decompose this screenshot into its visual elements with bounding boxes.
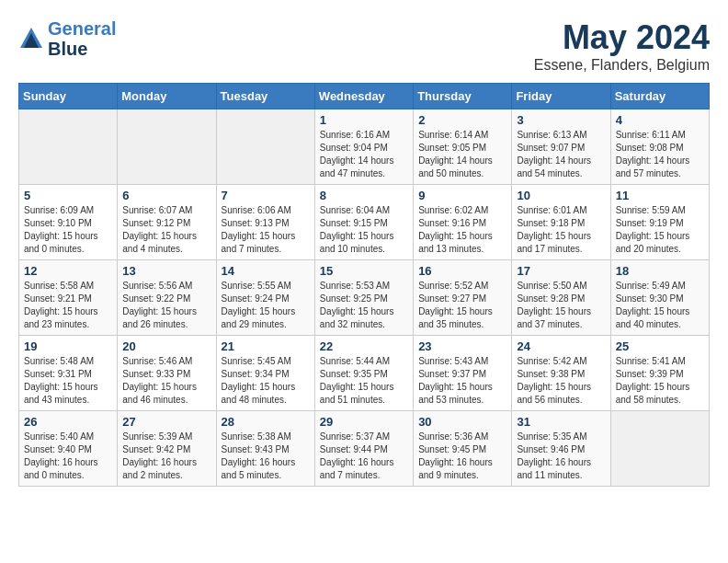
day-number: 3: [517, 113, 605, 127]
calendar-cell: 9 Sunrise: 6:02 AMSunset: 9:16 PMDayligh…: [414, 185, 512, 260]
calendar-cell: 4 Sunrise: 6:11 AMSunset: 9:08 PMDayligh…: [610, 109, 709, 185]
header-saturday: Saturday: [610, 84, 709, 109]
day-info: Sunrise: 5:38 AMSunset: 9:43 PMDaylight:…: [222, 431, 310, 482]
day-number: 4: [616, 113, 704, 127]
calendar-cell: 10 Sunrise: 6:01 AMSunset: 9:18 PMDaylig…: [512, 185, 610, 260]
day-number: 15: [320, 264, 408, 278]
day-info: Sunrise: 5:35 AMSunset: 9:46 PMDaylight:…: [517, 431, 605, 482]
calendar-week-3: 12 Sunrise: 5:58 AMSunset: 9:21 PMDaylig…: [19, 260, 710, 336]
day-number: 17: [517, 264, 605, 278]
day-number: 29: [320, 415, 408, 429]
day-info: Sunrise: 5:43 AMSunset: 9:37 PMDaylight:…: [418, 355, 506, 407]
calendar-cell: 20 Sunrise: 5:46 AMSunset: 9:33 PMDaylig…: [118, 336, 216, 411]
calendar-cell: 16 Sunrise: 5:52 AMSunset: 9:27 PMDaylig…: [414, 260, 512, 336]
calendar-cell: 3 Sunrise: 6:13 AMSunset: 9:07 PMDayligh…: [512, 109, 610, 185]
title-block: May 2024 Essene, Flanders, Belgium: [534, 18, 710, 74]
day-info: Sunrise: 5:42 AMSunset: 9:38 PMDaylight:…: [517, 355, 605, 407]
calendar-cell: 23 Sunrise: 5:43 AMSunset: 9:37 PMDaylig…: [414, 336, 512, 411]
calendar-table: Sunday Monday Tuesday Wednesday Thursday…: [18, 83, 710, 487]
day-number: 14: [222, 264, 310, 278]
calendar-cell: 24 Sunrise: 5:42 AMSunset: 9:38 PMDaylig…: [512, 336, 610, 411]
calendar-cell: 22 Sunrise: 5:44 AMSunset: 9:35 PMDaylig…: [314, 336, 413, 411]
calendar-cell: 18 Sunrise: 5:49 AMSunset: 9:30 PMDaylig…: [610, 260, 709, 336]
calendar-cell: 6 Sunrise: 6:07 AMSunset: 9:12 PMDayligh…: [118, 185, 216, 260]
day-info: Sunrise: 6:02 AMSunset: 9:16 PMDaylight:…: [418, 204, 506, 256]
day-info: Sunrise: 6:06 AMSunset: 9:13 PMDaylight:…: [222, 204, 310, 256]
calendar-cell: 29 Sunrise: 5:37 AMSunset: 9:44 PMDaylig…: [314, 411, 413, 487]
day-number: 16: [418, 264, 506, 278]
calendar-cell: [19, 109, 118, 185]
day-number: 23: [418, 339, 506, 353]
day-info: Sunrise: 6:04 AMSunset: 9:15 PMDaylight:…: [320, 204, 408, 256]
header-sunday: Sunday: [19, 84, 118, 109]
header-wednesday: Wednesday: [314, 84, 413, 109]
day-number: 10: [517, 189, 605, 202]
day-number: 28: [222, 415, 310, 429]
calendar-header-row: Sunday Monday Tuesday Wednesday Thursday…: [19, 84, 710, 109]
calendar-cell: 15 Sunrise: 5:53 AMSunset: 9:25 PMDaylig…: [314, 260, 413, 336]
calendar-cell: 19 Sunrise: 5:48 AMSunset: 9:31 PMDaylig…: [19, 336, 118, 411]
day-info: Sunrise: 5:56 AMSunset: 9:22 PMDaylight:…: [122, 280, 210, 331]
calendar-cell: 17 Sunrise: 5:50 AMSunset: 9:28 PMDaylig…: [512, 260, 610, 336]
day-info: Sunrise: 5:39 AMSunset: 9:42 PMDaylight:…: [122, 431, 210, 482]
day-info: Sunrise: 5:53 AMSunset: 9:25 PMDaylight:…: [320, 280, 408, 331]
logo-text-line1: General: [48, 18, 116, 39]
day-number: 26: [24, 415, 112, 429]
day-number: 7: [222, 189, 310, 202]
day-number: 11: [616, 189, 704, 202]
calendar-cell: 12 Sunrise: 5:58 AMSunset: 9:21 PMDaylig…: [19, 260, 118, 336]
day-number: 1: [320, 113, 408, 127]
day-info: Sunrise: 5:40 AMSunset: 9:40 PMDaylight:…: [24, 431, 112, 482]
day-number: 2: [418, 113, 506, 127]
day-info: Sunrise: 5:46 AMSunset: 9:33 PMDaylight:…: [122, 355, 210, 407]
calendar-week-2: 5 Sunrise: 6:09 AMSunset: 9:10 PMDayligh…: [19, 185, 710, 260]
calendar-cell: 5 Sunrise: 6:09 AMSunset: 9:10 PMDayligh…: [19, 185, 118, 260]
calendar-cell: 2 Sunrise: 6:14 AMSunset: 9:05 PMDayligh…: [414, 109, 512, 185]
calendar-cell: [610, 411, 709, 487]
calendar-cell: 13 Sunrise: 5:56 AMSunset: 9:22 PMDaylig…: [118, 260, 216, 336]
calendar-cell: 11 Sunrise: 5:59 AMSunset: 9:19 PMDaylig…: [610, 185, 709, 260]
header-monday: Monday: [118, 84, 216, 109]
day-info: Sunrise: 5:59 AMSunset: 9:19 PMDaylight:…: [616, 204, 704, 256]
day-info: Sunrise: 6:07 AMSunset: 9:12 PMDaylight:…: [122, 204, 210, 256]
calendar-cell: [118, 109, 216, 185]
day-number: 9: [418, 189, 506, 202]
calendar-week-4: 19 Sunrise: 5:48 AMSunset: 9:31 PMDaylig…: [19, 336, 710, 411]
logo-icon: [18, 26, 44, 52]
calendar-cell: 1 Sunrise: 6:16 AMSunset: 9:04 PMDayligh…: [314, 109, 413, 185]
calendar-cell: 21 Sunrise: 5:45 AMSunset: 9:34 PMDaylig…: [216, 336, 314, 411]
calendar-cell: 26 Sunrise: 5:40 AMSunset: 9:40 PMDaylig…: [19, 411, 118, 487]
day-number: 19: [24, 339, 112, 353]
header-thursday: Thursday: [414, 84, 512, 109]
logo: General Blue: [18, 18, 116, 59]
calendar-cell: 28 Sunrise: 5:38 AMSunset: 9:43 PMDaylig…: [216, 411, 314, 487]
day-info: Sunrise: 5:41 AMSunset: 9:39 PMDaylight:…: [616, 355, 704, 407]
calendar-cell: [216, 109, 314, 185]
day-number: 22: [320, 339, 408, 353]
logo-text-line2: Blue: [48, 39, 116, 59]
day-number: 21: [222, 339, 310, 353]
day-info: Sunrise: 6:16 AMSunset: 9:04 PMDaylight:…: [320, 129, 408, 180]
day-info: Sunrise: 5:49 AMSunset: 9:30 PMDaylight:…: [616, 280, 704, 331]
day-info: Sunrise: 6:13 AMSunset: 9:07 PMDaylight:…: [517, 129, 605, 180]
page-header: General Blue May 2024 Essene, Flanders, …: [18, 18, 710, 74]
day-info: Sunrise: 6:14 AMSunset: 9:05 PMDaylight:…: [418, 129, 506, 180]
day-info: Sunrise: 5:36 AMSunset: 9:45 PMDaylight:…: [418, 431, 506, 482]
day-info: Sunrise: 6:01 AMSunset: 9:18 PMDaylight:…: [517, 204, 605, 256]
header-friday: Friday: [512, 84, 610, 109]
day-number: 20: [122, 339, 210, 353]
day-number: 25: [616, 339, 704, 353]
day-info: Sunrise: 5:44 AMSunset: 9:35 PMDaylight:…: [320, 355, 408, 407]
calendar-cell: 8 Sunrise: 6:04 AMSunset: 9:15 PMDayligh…: [314, 185, 413, 260]
day-number: 18: [616, 264, 704, 278]
day-info: Sunrise: 5:58 AMSunset: 9:21 PMDaylight:…: [24, 280, 112, 331]
day-info: Sunrise: 5:48 AMSunset: 9:31 PMDaylight:…: [24, 355, 112, 407]
day-info: Sunrise: 6:09 AMSunset: 9:10 PMDaylight:…: [24, 204, 112, 256]
calendar-cell: 27 Sunrise: 5:39 AMSunset: 9:42 PMDaylig…: [118, 411, 216, 487]
calendar-week-5: 26 Sunrise: 5:40 AMSunset: 9:40 PMDaylig…: [19, 411, 710, 487]
month-year-title: May 2024: [534, 18, 710, 57]
day-info: Sunrise: 5:52 AMSunset: 9:27 PMDaylight:…: [418, 280, 506, 331]
day-number: 6: [122, 189, 210, 202]
day-number: 12: [24, 264, 112, 278]
calendar-cell: 30 Sunrise: 5:36 AMSunset: 9:45 PMDaylig…: [414, 411, 512, 487]
